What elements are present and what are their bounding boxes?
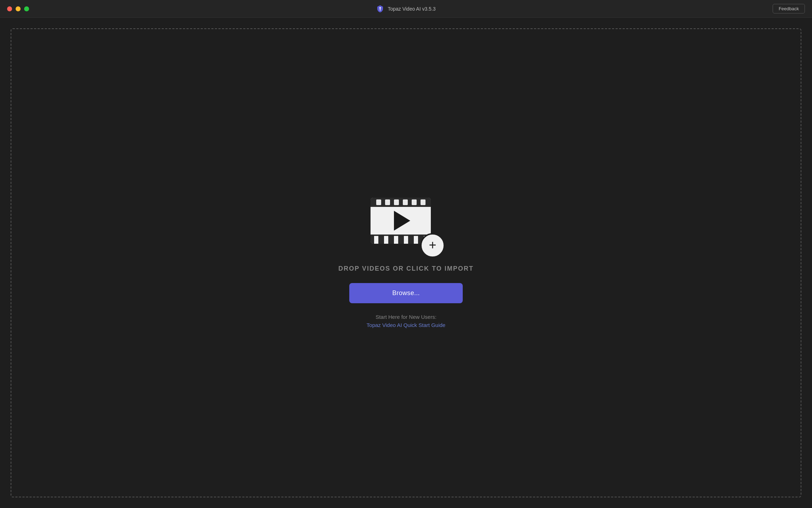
drop-zone-content: + DROP VIDEOS OR CLICK TO IMPORT Browse.… — [338, 198, 473, 328]
window-controls — [7, 6, 29, 11]
minimize-button[interactable] — [16, 6, 21, 11]
feedback-button[interactable]: Feedback — [773, 4, 805, 13]
quick-start-guide-link[interactable]: Topaz Video AI Quick Start Guide — [367, 322, 445, 328]
film-strip — [371, 198, 431, 244]
guide-start-label: Start Here for New Users: — [367, 314, 445, 320]
drop-instruction-text: DROP VIDEOS OR CLICK TO IMPORT — [338, 265, 473, 272]
video-import-icon: + — [371, 198, 441, 254]
main-content: + DROP VIDEOS OR CLICK TO IMPORT Browse.… — [0, 18, 812, 508]
add-video-icon: + — [420, 233, 445, 258]
drop-zone[interactable]: + DROP VIDEOS OR CLICK TO IMPORT Browse.… — [11, 28, 801, 497]
close-button[interactable] — [7, 6, 12, 11]
play-icon — [394, 211, 410, 231]
titlebar: Topaz Video AI v3.5.3 Feedback — [0, 0, 812, 18]
guide-section: Start Here for New Users: Topaz Video AI… — [367, 314, 445, 328]
titlebar-center: Topaz Video AI v3.5.3 — [376, 5, 435, 13]
app-title: Topaz Video AI v3.5.3 — [388, 6, 435, 12]
browse-button[interactable]: Browse... — [349, 283, 463, 303]
maximize-button[interactable] — [24, 6, 29, 11]
app-logo-icon — [376, 5, 384, 13]
